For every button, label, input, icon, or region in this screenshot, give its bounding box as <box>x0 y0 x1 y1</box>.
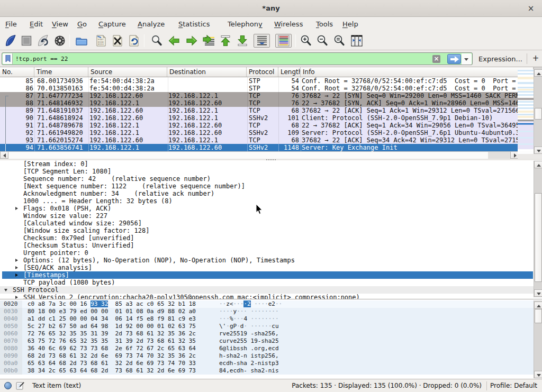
restart-capture-button[interactable] <box>37 34 50 47</box>
scroll-up-button[interactable] <box>534 161 542 168</box>
detail-row[interactable]: [Stream index: 0] <box>0 160 534 168</box>
detail-row[interactable]: [Checksum Status: Unverified] <box>0 242 534 249</box>
filter-dropdown-button[interactable] <box>462 53 472 65</box>
scroll-left-button[interactable] <box>0 152 8 159</box>
column-header-time[interactable]: Time <box>34 67 88 77</box>
column-header-length[interactable]: Length <box>278 67 301 77</box>
detail-row[interactable]: Checksum: 0x79ed [unverified] <box>0 234 534 242</box>
display-filter-field[interactable]: × <box>2 52 473 65</box>
display-filter-input[interactable] <box>15 54 312 63</box>
column-header-destination[interactable]: Destination <box>167 67 247 77</box>
menu-item-go[interactable]: Go <box>77 20 87 28</box>
filter-apply-button[interactable] <box>447 54 461 64</box>
go-to-bottom-button[interactable] <box>236 34 249 47</box>
zoom-out-button[interactable] <box>316 34 329 47</box>
tree-expanded-icon[interactable] <box>4 289 7 291</box>
scroll-up-button[interactable] <box>534 302 542 309</box>
zoom-original-button[interactable] <box>333 34 346 47</box>
scrollbar-thumb[interactable] <box>535 309 542 323</box>
hex-row-00b0[interactable]: 00b038 34 2c 65 63 64 68 2d 73 68 61 32 … <box>0 367 534 375</box>
detail-row[interactable]: [Next sequence number: 1122 (relative se… <box>0 183 534 190</box>
packet-row-91[interactable]: 9171.648789678192.168.122.1192.168.122.6… <box>0 122 518 129</box>
menu-item-telephony[interactable]: Telephony <box>228 20 263 28</box>
filter-bookmark-button[interactable] <box>3 53 13 64</box>
hex-row-00a0[interactable]: 00a065 63 64 68 2d 73 68 61 32 2d 6e 69 … <box>0 360 534 367</box>
hex-row-0070[interactable]: 007063 75 72 76 65 32 35 35 31 39 2d 73 … <box>0 338 534 345</box>
capture-options-button[interactable] <box>53 34 66 47</box>
scroll-down-button[interactable] <box>534 147 542 154</box>
expression-button[interactable]: Expression... <box>478 55 522 63</box>
detail-row[interactable]: SSH Protocol <box>0 286 534 294</box>
stop-capture-button[interactable] <box>20 34 33 47</box>
hex-row-0060[interactable]: 006072 76 65 32 35 35 31 39 2d 73 68 61 … <box>0 330 534 338</box>
packet-list-hscrollbar[interactable] <box>0 151 518 159</box>
detail-row[interactable]: 1000 .... = Header Length: 32 bytes (8) <box>0 197 534 205</box>
menu-item-view[interactable]: View <box>52 20 68 28</box>
detail-row[interactable]: [Timestamps] <box>0 271 534 279</box>
filter-clear-button[interactable]: × <box>432 55 440 63</box>
scroll-down-button[interactable] <box>534 289 542 297</box>
detail-row[interactable]: Urgent pointer: 0 <box>0 249 534 257</box>
detail-row[interactable]: [TCP Segment Len: 1080] <box>0 168 534 175</box>
column-header-no[interactable]: No. <box>0 67 34 77</box>
tree-collapsed-icon[interactable] <box>15 266 18 269</box>
detail-row[interactable]: Window size value: 227 <box>0 212 534 220</box>
start-capture-button[interactable] <box>5 34 17 47</box>
tree-collapsed-icon[interactable] <box>15 207 18 210</box>
colorize-button[interactable] <box>275 34 292 48</box>
go-to-packet-button[interactable] <box>203 34 215 47</box>
capture-comment-icon[interactable] <box>16 381 24 390</box>
menu-item-edit[interactable]: Edit <box>30 20 43 28</box>
scrollbar-thumb[interactable] <box>535 108 542 120</box>
detail-row[interactable]: [Calculated window size: 29056] <box>0 220 534 227</box>
scroll-up-button[interactable] <box>534 69 542 77</box>
reload-file-button[interactable]: 0123 <box>128 34 140 47</box>
find-packet-button[interactable] <box>150 34 163 47</box>
menu-item-tools[interactable]: Tools <box>316 20 333 28</box>
menu-item-wireless[interactable]: Wireless <box>274 20 303 28</box>
packet-row-93[interactable]: 9371.662015274192.168.122.60192.168.122.… <box>0 136 518 144</box>
packet-row-88[interactable]: 8871.648146932192.168.122.1192.168.122.6… <box>0 99 518 107</box>
go-back-button[interactable] <box>168 34 180 47</box>
scrollbar-thumb[interactable] <box>535 193 542 282</box>
packet-row-90[interactable]: 9071.648618924192.168.122.60192.168.122.… <box>0 114 518 122</box>
packet-row-87[interactable]: 8771.647777234192.168.122.60192.168.122.… <box>0 92 518 99</box>
packet-list-vscrollbar[interactable] <box>534 67 542 154</box>
packet-row-85[interactable]: 8568.001734936fe:54:00:d4:38:2aSTP54Conf… <box>0 77 518 85</box>
detail-row[interactable]: Acknowledgment number: 34 (relative ack … <box>0 190 534 197</box>
detail-row[interactable]: Options: (12 bytes), No-Operation (NOP),… <box>0 257 534 264</box>
close-window-button[interactable]: × <box>526 4 536 13</box>
detail-row[interactable]: Flags: 0x018 (PSH, ACK) <box>0 205 534 212</box>
hex-row-0090[interactable]: 009068 2d 73 68 61 32 2d 6e 69 73 74 70 … <box>0 352 534 360</box>
hscroll-trough[interactable] <box>488 152 510 159</box>
hex-row-0080[interactable]: 008036 40 6c 69 62 73 73 68 2e 6f 72 67 … <box>0 345 534 352</box>
resize-columns-button[interactable] <box>350 34 363 47</box>
zoom-in-button[interactable] <box>300 34 312 47</box>
add-filter-button[interactable]: + <box>531 53 540 63</box>
packet-list-minimap[interactable] <box>518 69 534 151</box>
detail-row[interactable]: SSH Version 2 (encryption:chacha20-poly1… <box>0 294 534 299</box>
open-file-button[interactable] <box>75 34 88 47</box>
save-file-button[interactable]: 010101100113 <box>95 34 107 47</box>
detail-row[interactable]: TCP payload (1080 bytes) <box>0 279 534 286</box>
detail-row[interactable]: [Window size scaling factor: 128] <box>0 227 534 234</box>
auto-scroll-button[interactable] <box>254 34 270 48</box>
packet-row-89[interactable]: 8971.648191037192.168.122.60192.168.122.… <box>0 107 518 114</box>
menu-item-file[interactable]: File <box>5 20 17 28</box>
hex-row-0050[interactable]: 00505c 27 b2 67 50 ad 64 98 1d 92 00 00 … <box>0 323 534 330</box>
detail-row[interactable]: [SEQ/ACK analysis] <box>0 264 534 271</box>
hex-row-0040[interactable]: 0040a1 dd c1 25 00 00 04 34 06 14 f5 e8 … <box>0 315 534 323</box>
tree-collapsed-icon[interactable] <box>15 274 18 277</box>
hex-row-0030[interactable]: 003080 18 00 e3 79 ed 00 00 01 01 08 0a … <box>0 308 534 315</box>
scroll-down-button[interactable] <box>534 371 542 378</box>
column-header-source[interactable]: Source <box>88 67 167 77</box>
column-header-protocol[interactable]: Protocol <box>247 67 278 77</box>
tree-collapsed-icon[interactable] <box>15 259 18 262</box>
menu-item-capture[interactable]: Capture <box>98 20 126 28</box>
menu-item-analyze[interactable]: Analyze <box>138 20 165 28</box>
close-file-button[interactable]: 01010113 <box>111 34 124 47</box>
detail-row[interactable]: Sequence number: 42 (relative sequence n… <box>0 175 534 183</box>
menu-item-help[interactable]: Help <box>342 20 358 28</box>
packet-row-92[interactable]: 9271.661949820192.168.122.1192.168.122.6… <box>0 129 518 136</box>
packet-row-86[interactable]: 8670.013850163fe:54:00:d4:38:2aSTP54Conf… <box>0 85 518 92</box>
